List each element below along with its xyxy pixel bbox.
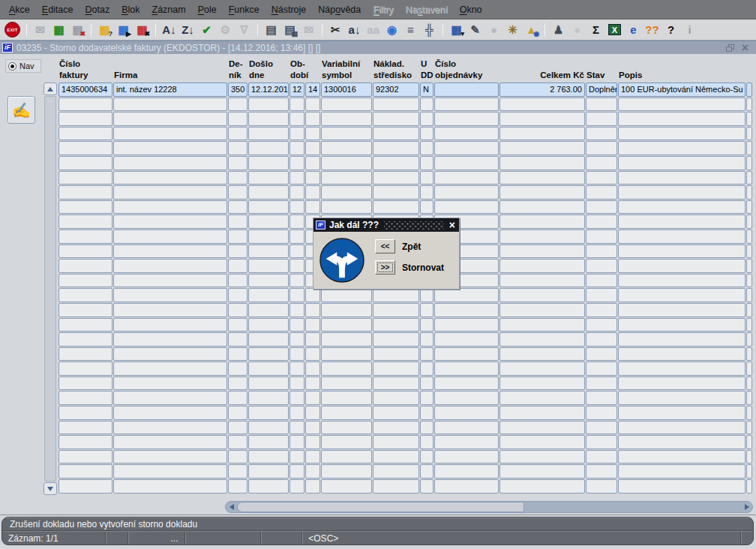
table-cell[interactable] xyxy=(618,421,746,435)
execute-query-icon[interactable]: ▦▶ xyxy=(114,21,133,39)
table-cell[interactable] xyxy=(618,347,746,362)
table-cell[interactable] xyxy=(618,171,746,185)
table-cell[interactable] xyxy=(500,98,585,112)
new-record-icon[interactable]: ✉ xyxy=(31,21,50,39)
table-cell[interactable] xyxy=(58,230,112,244)
table-cell[interactable] xyxy=(228,274,248,288)
table-cell[interactable] xyxy=(746,479,752,494)
table-cell[interactable] xyxy=(290,362,304,376)
table-cell[interactable] xyxy=(228,200,248,214)
table-cell[interactable] xyxy=(113,127,227,141)
exit-button[interactable]: EXIT xyxy=(4,21,22,39)
table-cell[interactable] xyxy=(420,112,434,126)
table-cell[interactable] xyxy=(321,362,372,376)
table-cell[interactable] xyxy=(618,332,746,346)
table-cell[interactable] xyxy=(290,303,304,317)
table-cell[interactable]: N xyxy=(420,82,434,97)
table-cell[interactable] xyxy=(618,435,746,449)
table-cell[interactable] xyxy=(58,244,112,259)
table-cell[interactable] xyxy=(434,112,499,126)
table-cell[interactable] xyxy=(228,318,248,332)
table-cell[interactable] xyxy=(58,259,112,273)
table-cell[interactable] xyxy=(113,112,227,126)
table-cell[interactable] xyxy=(746,214,752,229)
menu-item-funkce[interactable]: Funkce xyxy=(223,2,266,17)
table-cell[interactable]: 2 763.00 xyxy=(500,82,585,97)
table-cell[interactable] xyxy=(420,479,434,494)
table-cell[interactable] xyxy=(290,421,304,435)
table-cell[interactable] xyxy=(373,391,419,405)
table-cell[interactable] xyxy=(420,450,434,464)
table-cell[interactable] xyxy=(248,464,289,478)
table-cell[interactable] xyxy=(746,391,752,405)
table-cell[interactable] xyxy=(113,450,227,464)
table-cell[interactable] xyxy=(321,112,372,126)
table-cell[interactable] xyxy=(586,406,617,420)
table-cell[interactable] xyxy=(58,274,112,288)
table-cell[interactable] xyxy=(618,450,746,464)
table-cell[interactable] xyxy=(305,421,320,435)
table-cell[interactable] xyxy=(58,376,112,391)
table-cell[interactable] xyxy=(321,171,372,185)
table-cell[interactable] xyxy=(321,479,372,494)
table-cell[interactable] xyxy=(618,406,746,420)
table-cell[interactable] xyxy=(228,98,248,112)
table-cell[interactable] xyxy=(746,141,752,155)
table-cell[interactable]: 92302 xyxy=(373,82,419,97)
table-cell[interactable] xyxy=(420,318,434,332)
table-cell[interactable] xyxy=(305,347,320,362)
table-cell[interactable] xyxy=(373,185,419,200)
table-cell[interactable] xyxy=(373,303,419,317)
table-cell[interactable] xyxy=(618,156,746,170)
table-cell[interactable] xyxy=(434,376,499,391)
table-cell[interactable] xyxy=(228,376,248,391)
table-cell[interactable] xyxy=(305,171,320,185)
table-cell[interactable] xyxy=(373,288,419,302)
table-cell[interactable] xyxy=(58,406,112,420)
menu-item-napoveda[interactable]: Nápověda xyxy=(312,2,367,17)
table-cell[interactable] xyxy=(58,421,112,435)
table-cell[interactable] xyxy=(228,288,248,302)
table-cell[interactable] xyxy=(305,303,320,317)
table-cell[interactable] xyxy=(618,288,746,302)
table-cell[interactable] xyxy=(500,464,585,478)
table-cell[interactable] xyxy=(113,156,227,170)
table-cell[interactable] xyxy=(500,259,585,273)
table-cell[interactable] xyxy=(58,171,112,185)
table-cell[interactable] xyxy=(500,332,585,346)
table-cell[interactable] xyxy=(618,391,746,405)
table-cell[interactable] xyxy=(321,391,372,405)
table-cell[interactable] xyxy=(290,244,304,259)
table-cell[interactable] xyxy=(586,332,617,346)
menu-item-editace[interactable]: Editace xyxy=(36,2,80,17)
record-note-button[interactable]: ✍ xyxy=(8,96,35,124)
table-cell[interactable] xyxy=(58,450,112,464)
table-cell[interactable] xyxy=(290,435,304,449)
table-cell[interactable] xyxy=(305,450,320,464)
table-cell[interactable] xyxy=(420,303,434,317)
table-cell[interactable] xyxy=(228,332,248,346)
table-cell[interactable] xyxy=(228,362,248,376)
table-cell[interactable] xyxy=(373,479,419,494)
table-cell[interactable] xyxy=(228,171,248,185)
table-cell[interactable] xyxy=(248,450,289,464)
table-cell[interactable] xyxy=(618,200,746,214)
table-cell[interactable] xyxy=(500,406,585,420)
table-cell[interactable] xyxy=(373,127,419,141)
table-cell[interactable] xyxy=(228,450,248,464)
table-cell[interactable] xyxy=(500,127,585,141)
table-cell[interactable] xyxy=(305,112,320,126)
table-cell[interactable] xyxy=(305,185,320,200)
table-cell[interactable] xyxy=(434,127,499,141)
table-cell[interactable] xyxy=(305,464,320,478)
table-cell[interactable] xyxy=(618,318,746,332)
table-cell[interactable] xyxy=(113,214,227,229)
table-cell[interactable] xyxy=(305,362,320,376)
table-cell[interactable] xyxy=(228,406,248,420)
table-cell[interactable] xyxy=(58,200,112,214)
table-cell[interactable] xyxy=(321,127,372,141)
table-cell[interactable] xyxy=(113,288,227,302)
table-cell[interactable] xyxy=(500,230,585,244)
nav-radio-button[interactable] xyxy=(8,62,16,70)
table-cell[interactable] xyxy=(290,347,304,362)
